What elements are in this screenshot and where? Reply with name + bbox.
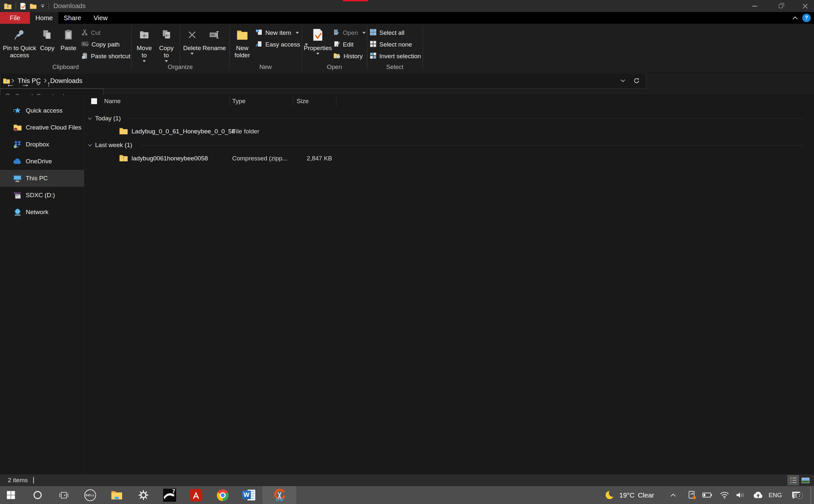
pin-to-quick-access-button[interactable]: Pin to Quick access bbox=[3, 26, 36, 59]
onedrive-cloud-up-icon bbox=[753, 492, 763, 498]
dell-logo-text: DELL bbox=[86, 493, 95, 497]
select-all-checkbox[interactable] bbox=[91, 98, 97, 104]
forward-button[interactable]: → bbox=[20, 78, 31, 90]
paste-button[interactable]: Paste bbox=[59, 26, 78, 52]
dell-app-button[interactable]: DELL bbox=[77, 486, 103, 504]
word-button[interactable]: W bbox=[236, 486, 262, 504]
file-name: ladybug0061honeybee0058 bbox=[131, 152, 208, 165]
adobe-acrobat-icon bbox=[190, 489, 202, 501]
copy-button[interactable]: Copy bbox=[38, 26, 57, 52]
back-button[interactable]: ← bbox=[5, 78, 16, 90]
tab-home[interactable]: Home bbox=[30, 12, 58, 24]
minimize-button[interactable] bbox=[744, 0, 765, 12]
chrome-button[interactable] bbox=[210, 486, 235, 504]
qat-customize-dropdown[interactable] bbox=[39, 1, 47, 11]
address-bar[interactable]: This PC Downloads bbox=[0, 73, 646, 89]
sidebar-item-dropbox[interactable]: Dropbox bbox=[0, 136, 84, 153]
rename-button[interactable]: Rename bbox=[203, 26, 225, 52]
column-resize-handle[interactable] bbox=[229, 96, 230, 106]
rotation-lock-tray-icon[interactable] bbox=[685, 486, 699, 504]
copy-to-button[interactable]: Copy to bbox=[156, 26, 177, 62]
language-indicator[interactable]: ENG bbox=[767, 486, 783, 504]
group-header-today[interactable]: Today (1) bbox=[88, 112, 805, 125]
action-center-button[interactable]: 2 bbox=[788, 486, 804, 504]
sidebar-item-this-pc[interactable]: This PC bbox=[0, 170, 84, 187]
open-button[interactable]: Open bbox=[333, 27, 365, 38]
recent-locations-button[interactable] bbox=[33, 78, 44, 90]
rhino-7-button[interactable]: 7 bbox=[157, 486, 182, 504]
up-button[interactable]: ↑ bbox=[43, 78, 55, 90]
dropdown-caret bbox=[362, 32, 365, 34]
qat-properties-icon[interactable] bbox=[18, 1, 28, 11]
sidebar-item-network[interactable]: Network bbox=[0, 204, 84, 221]
weather-text[interactable]: 19°C Clear bbox=[619, 486, 654, 504]
easy-access-button[interactable]: Easy access bbox=[255, 39, 308, 50]
qat-new-folder-icon[interactable] bbox=[28, 1, 39, 11]
task-view-button[interactable] bbox=[51, 486, 76, 504]
volume-tray-icon[interactable] bbox=[733, 486, 748, 504]
close-button[interactable] bbox=[796, 0, 814, 12]
details-view-button[interactable] bbox=[787, 475, 799, 485]
moon-clear-icon bbox=[606, 490, 615, 500]
wifi-tray-icon[interactable] bbox=[717, 486, 732, 504]
tab-file[interactable]: File bbox=[0, 12, 30, 24]
onedrive-tray-icon[interactable] bbox=[751, 486, 765, 504]
column-header-name[interactable]: Name bbox=[104, 95, 121, 107]
new-item-button[interactable]: New item bbox=[255, 27, 299, 38]
thumbnail-view-icon bbox=[802, 478, 809, 483]
start-button[interactable] bbox=[0, 486, 23, 504]
cut-button[interactable]: Cut bbox=[81, 27, 101, 38]
snipping-tool-button-active[interactable] bbox=[262, 486, 296, 504]
minimize-ribbon-button[interactable] bbox=[789, 13, 801, 23]
weather-widget[interactable] bbox=[603, 486, 618, 504]
column-header-size[interactable]: Size bbox=[297, 95, 309, 107]
group-collapse-chevron-icon bbox=[88, 144, 92, 147]
refresh-button[interactable] bbox=[630, 74, 643, 88]
file-explorer-button[interactable] bbox=[104, 486, 129, 504]
move-to-button[interactable]: Move to bbox=[133, 26, 155, 62]
file-name: Ladybug_0_0_61_Honeybee_0_0_58 bbox=[131, 125, 235, 138]
select-none-button[interactable]: Select none bbox=[370, 39, 412, 50]
weather-condition: Clear bbox=[638, 491, 654, 499]
hidden-icons-button[interactable] bbox=[666, 486, 680, 504]
column-header-type[interactable]: Type bbox=[232, 95, 245, 107]
history-button[interactable]: History bbox=[333, 51, 363, 62]
adobe-acrobat-button[interactable] bbox=[183, 486, 209, 504]
sidebar-item-quick-access[interactable]: Quick access bbox=[0, 102, 84, 119]
windows-logo-icon bbox=[7, 491, 15, 499]
refresh-icon bbox=[633, 77, 640, 84]
select-all-button[interactable]: Select all bbox=[370, 27, 404, 38]
tab-view[interactable]: View bbox=[87, 12, 115, 24]
scissors-icon bbox=[81, 29, 88, 37]
restore-button[interactable] bbox=[770, 0, 791, 12]
battery-tray-icon[interactable] bbox=[700, 486, 714, 504]
new-folder-button[interactable]: New folder bbox=[232, 26, 253, 59]
edit-button[interactable]: Edit bbox=[333, 39, 353, 50]
address-dropdown-button[interactable] bbox=[616, 74, 630, 88]
column-resize-handle[interactable] bbox=[336, 96, 336, 106]
move-to-icon bbox=[139, 26, 150, 43]
up-arrow-icon: ↑ bbox=[47, 79, 51, 89]
copy-path-button[interactable]: Copy path bbox=[81, 39, 120, 50]
help-button[interactable]: ? bbox=[802, 14, 811, 22]
chevron-down-icon bbox=[621, 79, 625, 82]
group-label: Last week (1) bbox=[95, 142, 132, 149]
sidebar-item-sdxc-drive[interactable]: SDXC SDXC (D:) bbox=[0, 187, 84, 204]
invert-selection-button[interactable]: Invert selection bbox=[370, 51, 421, 62]
file-row-ladybug-folder[interactable]: Ladybug_0_0_61_Honeybee_0_0_58 File fold… bbox=[84, 125, 814, 138]
show-desktop-button[interactable] bbox=[810, 486, 811, 504]
settings-button[interactable] bbox=[131, 486, 156, 504]
tab-share[interactable]: Share bbox=[58, 12, 87, 24]
properties-button[interactable]: Properties bbox=[305, 26, 331, 55]
sidebar-item-creative-cloud-files[interactable]: Creative Cloud Files bbox=[0, 119, 84, 136]
group-separator bbox=[423, 26, 423, 70]
cortana-button[interactable] bbox=[25, 486, 50, 504]
group-header-last-week[interactable]: Last week (1) bbox=[88, 139, 805, 152]
file-row-ladybug-zip[interactable]: ladybug0061honeybee0058 Compressed (zipp… bbox=[84, 152, 814, 165]
paste-shortcut-button[interactable]: Paste shortcut bbox=[81, 51, 130, 62]
sd-card-icon: SDXC bbox=[13, 191, 22, 199]
column-resize-handle[interactable] bbox=[293, 96, 293, 106]
large-icons-view-button[interactable] bbox=[800, 475, 811, 485]
sidebar-item-onedrive[interactable]: OneDrive bbox=[0, 153, 84, 170]
delete-button[interactable]: Delete bbox=[182, 26, 202, 55]
